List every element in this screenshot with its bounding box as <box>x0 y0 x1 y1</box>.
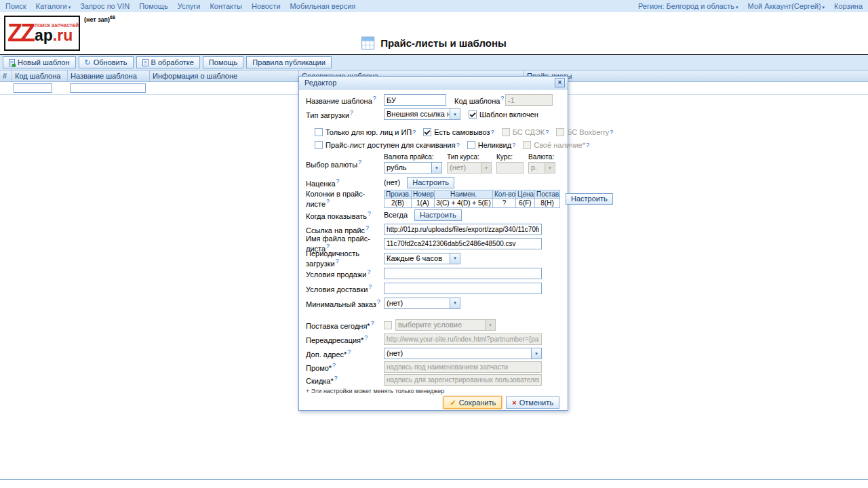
pickup-label: Есть самовывоз <box>434 128 490 136</box>
nav-region[interactable]: Регион: Белгород и область▾ <box>638 2 738 10</box>
help-icon[interactable]: ? <box>500 95 504 102</box>
footer-divider <box>0 479 868 480</box>
when-configure-button[interactable]: Настроить <box>414 209 462 221</box>
save-button[interactable]: ✓Сохранить <box>443 396 502 409</box>
chevron-down-icon: ▾ <box>823 5 825 9</box>
column-header-info[interactable]: Информация о шаблоне <box>150 70 299 81</box>
processing-button[interactable]: В обработке <box>136 56 200 68</box>
template-name-input[interactable] <box>384 94 446 106</box>
column-header-name[interactable]: Название шаблона <box>68 70 150 81</box>
price-currency-select[interactable]: рубль▾ <box>384 162 442 174</box>
sdek-label: БС СДЭК <box>513 128 545 136</box>
help-icon[interactable]: ? <box>347 348 351 355</box>
nav-contacts[interactable]: Контакты <box>210 2 242 10</box>
discount-row: Скидка*? <box>306 373 561 386</box>
page-header: ZZ ПОИСК ЗАПЧАСТЕЙ ap.ru (нет зап)68 Пра… <box>0 12 868 55</box>
nav-help[interactable]: Помощь <box>139 2 168 10</box>
cancel-button[interactable]: ×Отменить <box>506 396 559 409</box>
code-filter-input[interactable] <box>14 83 52 93</box>
page-title-block: Прайс-листы и шаблоны <box>361 37 507 49</box>
help-icon[interactable]: ? <box>336 178 340 184</box>
delivery-today-label: Поставка сегодня* <box>306 322 370 330</box>
sale-terms-label: Условия продажи <box>306 270 366 278</box>
help-icon[interactable]: ? <box>358 159 361 165</box>
help-icon[interactable]: ? <box>334 375 338 382</box>
help-icon[interactable]: ? <box>610 129 613 136</box>
help-icon[interactable]: ? <box>512 142 515 148</box>
help-icon[interactable]: ? <box>367 268 370 275</box>
refresh-button[interactable]: ↻Обновить <box>79 56 134 68</box>
help-icon[interactable]: ? <box>368 283 372 290</box>
markup-row: Наценка? (нет) Настроить <box>306 176 561 189</box>
markup-configure-button[interactable]: Настроить <box>407 177 454 188</box>
delivery-terms-input[interactable] <box>384 283 542 294</box>
nav-search[interactable]: Поиск <box>5 2 26 10</box>
markup-label: Наценка <box>306 179 336 187</box>
help-icon[interactable]: ? <box>364 334 368 341</box>
publication-rules-button[interactable]: Правила публикации <box>246 56 331 68</box>
nav-mobile-version[interactable]: Мобильная версия <box>290 2 356 10</box>
promo-input <box>384 361 542 373</box>
help-icon[interactable]: ? <box>366 224 369 231</box>
pricelist-grid-icon <box>361 37 374 49</box>
zzap-logo[interactable]: ZZ ПОИСК ЗАПЧАСТЕЙ ap.ru <box>4 16 80 51</box>
name-filter-input[interactable] <box>70 83 146 93</box>
help-icon[interactable]: ? <box>371 320 374 327</box>
help-icon[interactable]: ? <box>412 129 416 136</box>
illiquid-checkbox[interactable] <box>467 141 475 149</box>
own-stock-checkbox <box>523 141 531 149</box>
redirect-input <box>384 333 542 345</box>
nav-cart[interactable]: Корзина <box>834 2 863 10</box>
checkbox-row-1: Только для юр. лиц и ИП? Есть самовывоз?… <box>306 125 561 138</box>
price-url-input[interactable] <box>384 224 542 235</box>
min-order-select[interactable]: (нет)▾ <box>384 298 460 309</box>
chevron-down-icon: ▾ <box>736 5 738 9</box>
help-icon[interactable]: ? <box>377 298 380 305</box>
help-icon[interactable]: ? <box>332 362 336 369</box>
help-icon[interactable]: ? <box>336 258 339 264</box>
price-url-label: Ссылка на прайс <box>306 226 365 234</box>
help-icon[interactable]: ? <box>545 129 549 136</box>
help-icon[interactable]: ? <box>350 109 353 116</box>
sale-terms-row: Условия продажи? <box>306 266 561 281</box>
filename-input[interactable] <box>384 238 542 249</box>
legal-entities-checkbox[interactable] <box>315 128 323 136</box>
rate-type-label: Тип курса: <box>447 153 492 161</box>
new-template-button[interactable]: Новый шаблон <box>3 56 76 68</box>
toolbar: Новый шаблон ↻Обновить В обработке Помощ… <box>0 55 868 70</box>
template-enabled-checkbox[interactable] <box>469 110 477 119</box>
extra-address-select[interactable]: (нет)▾ <box>384 348 542 359</box>
legal-entities-label: Только для юр. лиц и ИП <box>326 128 412 136</box>
help-button[interactable]: Помощь <box>203 56 244 68</box>
pickup-checkbox[interactable] <box>423 128 431 136</box>
chevron-down-icon: ▾ <box>450 109 460 119</box>
nav-vin-request[interactable]: Запрос по VIN <box>80 2 130 10</box>
load-type-select[interactable]: Внешняя ссылка на файл▾ <box>384 108 460 120</box>
checkbox-row-2: Прайс-лист доступен для скачивания? Нели… <box>306 138 561 151</box>
download-available-checkbox[interactable] <box>315 141 323 149</box>
help-icon[interactable]: ? <box>326 198 330 205</box>
sdek-checkbox <box>502 128 510 136</box>
column-header-pricelists[interactable]: Прайс-листы <box>524 70 868 81</box>
help-icon[interactable]: ? <box>456 142 460 148</box>
own-stock-label: Своё наличие* <box>534 141 585 149</box>
columns-configure-button[interactable]: Настроить <box>566 193 613 205</box>
load-type-label: Тип загрузки <box>306 111 349 119</box>
chevron-down-icon: ▾ <box>531 348 541 359</box>
nav-catalogs[interactable]: Каталоги▾ <box>35 2 71 10</box>
markup-value: (нет) <box>384 178 400 186</box>
help-icon[interactable]: ? <box>368 210 371 217</box>
help-icon[interactable]: ? <box>326 243 330 249</box>
nav-account[interactable]: Мой Аккаунт(Сергей)▾ <box>748 2 825 10</box>
sale-terms-input[interactable] <box>384 268 542 279</box>
help-icon[interactable]: ? <box>586 142 589 148</box>
help-icon[interactable]: ? <box>373 95 376 102</box>
extra-address-label: Доп. адрес* <box>306 350 347 359</box>
column-header-code[interactable]: Код шаблона <box>12 70 68 81</box>
close-icon[interactable]: × <box>555 78 565 87</box>
period-select[interactable]: Каждые 6 часов▾ <box>384 253 460 264</box>
help-icon[interactable]: ? <box>491 129 494 136</box>
column-header-number[interactable]: # <box>0 70 12 81</box>
nav-news[interactable]: Новости <box>252 2 281 10</box>
nav-services[interactable]: Услуги <box>178 2 201 10</box>
